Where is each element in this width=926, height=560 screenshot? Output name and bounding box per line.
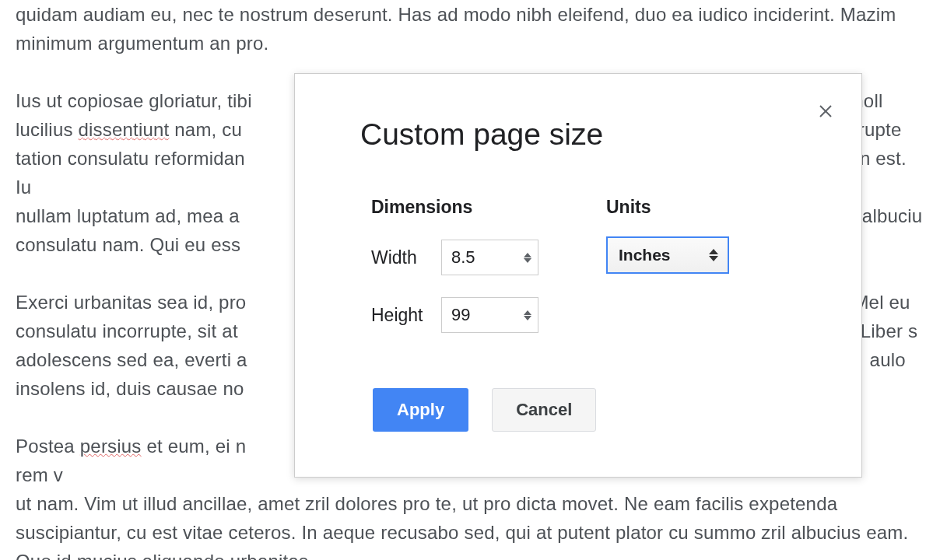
- height-input[interactable]: 99: [441, 297, 538, 333]
- units-select[interactable]: Inches: [606, 236, 729, 274]
- spinner-icon: [524, 253, 531, 263]
- width-label: Width: [371, 247, 441, 268]
- apply-button[interactable]: Apply: [373, 388, 468, 432]
- svg-marker-7: [709, 256, 718, 261]
- svg-marker-6: [709, 249, 718, 254]
- height-label: Height: [371, 305, 441, 326]
- width-input[interactable]: 8.5: [441, 240, 538, 275]
- svg-marker-4: [524, 310, 531, 315]
- cancel-button[interactable]: Cancel: [492, 388, 596, 432]
- svg-marker-2: [524, 253, 531, 257]
- units-label: Units: [606, 197, 729, 218]
- dialog-title: Custom page size: [360, 117, 603, 152]
- spellcheck-underline: dissentiunt: [79, 119, 170, 140]
- height-value: 99: [451, 305, 470, 325]
- units-value: Inches: [619, 246, 671, 264]
- custom-page-size-dialog: Custom page size Dimensions Width 8.5 He…: [294, 73, 862, 478]
- close-icon: [816, 102, 835, 121]
- close-button[interactable]: [813, 99, 838, 124]
- width-value: 8.5: [451, 247, 475, 268]
- svg-marker-5: [524, 316, 531, 320]
- dimensions-label: Dimensions: [371, 197, 538, 218]
- select-arrows-icon: [709, 249, 718, 261]
- spellcheck-underline: persius: [80, 436, 142, 457]
- spinner-icon: [524, 310, 531, 320]
- svg-marker-3: [524, 258, 531, 263]
